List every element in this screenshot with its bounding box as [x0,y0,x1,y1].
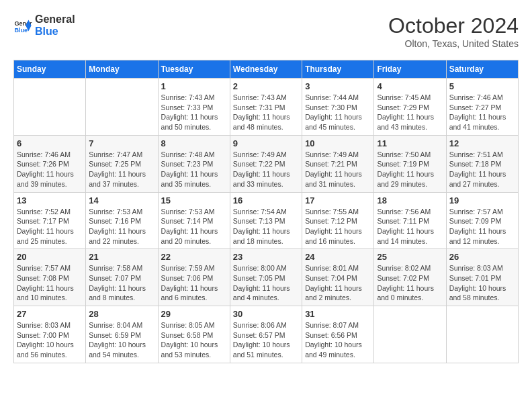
day-number: 18 [377,195,443,205]
day-number: 31 [305,309,371,319]
calendar-cell: 4Sunrise: 7:45 AM Sunset: 7:29 PM Daylig… [374,79,446,136]
svg-text:Blue: Blue [14,26,28,33]
day-info: Sunrise: 7:57 AM Sunset: 7:09 PM Dayligh… [449,207,515,246]
day-number: 7 [89,138,154,148]
logo-icon: General Blue [13,16,32,35]
day-info: Sunrise: 8:02 AM Sunset: 7:02 PM Dayligh… [377,263,443,303]
day-info: Sunrise: 8:07 AM Sunset: 6:56 PM Dayligh… [305,320,371,360]
day-number: 4 [377,81,443,91]
week-row-1: 6Sunrise: 7:46 AM Sunset: 7:26 PM Daylig… [14,135,519,192]
day-info: Sunrise: 7:44 AM Sunset: 7:30 PM Dayligh… [305,93,371,132]
header-saturday: Saturday [446,60,518,79]
day-info: Sunrise: 8:03 AM Sunset: 7:01 PM Dayligh… [449,263,515,303]
day-info: Sunrise: 7:52 AM Sunset: 7:17 PM Dayligh… [17,207,83,246]
calendar-cell [446,306,518,363]
calendar-cell: 1Sunrise: 7:43 AM Sunset: 7:33 PM Daylig… [158,79,230,136]
day-info: Sunrise: 7:59 AM Sunset: 7:06 PM Dayligh… [161,263,227,303]
day-number: 1 [161,81,227,91]
day-info: Sunrise: 7:51 AM Sunset: 7:18 PM Dayligh… [449,150,515,189]
calendar-cell: 10Sunrise: 7:49 AM Sunset: 7:21 PM Dayli… [302,135,374,192]
header-sunday: Sunday [14,60,86,79]
week-row-4: 27Sunrise: 8:03 AM Sunset: 7:00 PM Dayli… [14,306,519,363]
calendar-cell [86,79,158,136]
calendar-cell: 11Sunrise: 7:50 AM Sunset: 7:19 PM Dayli… [374,135,446,192]
header-monday: Monday [86,60,158,79]
calendar-cell: 12Sunrise: 7:51 AM Sunset: 7:18 PM Dayli… [446,135,518,192]
day-number: 10 [305,138,371,148]
day-info: Sunrise: 7:54 AM Sunset: 7:13 PM Dayligh… [233,207,299,246]
day-info: Sunrise: 7:46 AM Sunset: 7:26 PM Dayligh… [17,150,83,189]
day-info: Sunrise: 7:49 AM Sunset: 7:22 PM Dayligh… [233,150,299,189]
logo-blue: Blue [35,26,75,38]
day-number: 5 [449,81,515,91]
day-number: 22 [161,252,227,262]
title-block: October 2024 Olton, Texas, United States [388,13,519,49]
location: Olton, Texas, United States [388,38,519,49]
day-info: Sunrise: 7:53 AM Sunset: 7:16 PM Dayligh… [89,207,154,246]
page-header: General Blue General Blue October 2024 O… [13,13,519,49]
calendar-cell: 6Sunrise: 7:46 AM Sunset: 7:26 PM Daylig… [14,135,86,192]
calendar-cell: 19Sunrise: 7:57 AM Sunset: 7:09 PM Dayli… [446,192,518,249]
day-number: 20 [17,252,83,262]
calendar-cell: 18Sunrise: 7:56 AM Sunset: 7:11 PM Dayli… [374,192,446,249]
calendar-cell: 31Sunrise: 8:07 AM Sunset: 6:56 PM Dayli… [302,306,374,363]
day-info: Sunrise: 7:45 AM Sunset: 7:29 PM Dayligh… [377,93,443,132]
logo-general: General [35,13,75,26]
day-number: 21 [89,252,154,262]
day-number: 3 [305,81,371,91]
day-number: 29 [161,309,227,319]
day-number: 25 [377,252,443,262]
calendar-cell [374,306,446,363]
calendar-cell: 3Sunrise: 7:44 AM Sunset: 7:30 PM Daylig… [302,79,374,136]
day-info: Sunrise: 8:03 AM Sunset: 7:00 PM Dayligh… [17,320,83,360]
calendar-cell: 17Sunrise: 7:55 AM Sunset: 7:12 PM Dayli… [302,192,374,249]
day-number: 24 [305,252,371,262]
week-row-3: 20Sunrise: 7:57 AM Sunset: 7:08 PM Dayli… [14,249,519,306]
day-info: Sunrise: 7:46 AM Sunset: 7:27 PM Dayligh… [449,93,515,132]
day-info: Sunrise: 8:04 AM Sunset: 6:59 PM Dayligh… [89,320,154,360]
day-number: 12 [449,138,515,148]
calendar-cell: 29Sunrise: 8:05 AM Sunset: 6:58 PM Dayli… [158,306,230,363]
calendar-cell: 20Sunrise: 7:57 AM Sunset: 7:08 PM Dayli… [14,249,86,306]
day-info: Sunrise: 7:43 AM Sunset: 7:31 PM Dayligh… [233,93,299,132]
header-tuesday: Tuesday [158,60,230,79]
day-number: 30 [233,309,299,319]
day-info: Sunrise: 8:05 AM Sunset: 6:58 PM Dayligh… [161,320,227,360]
day-number: 15 [161,195,227,205]
calendar-cell: 26Sunrise: 8:03 AM Sunset: 7:01 PM Dayli… [446,249,518,306]
day-info: Sunrise: 7:57 AM Sunset: 7:08 PM Dayligh… [17,263,83,303]
calendar-table: SundayMondayTuesdayWednesdayThursdayFrid… [13,60,519,363]
day-number: 23 [233,252,299,262]
day-number: 26 [449,252,515,262]
calendar-cell: 14Sunrise: 7:53 AM Sunset: 7:16 PM Dayli… [86,192,158,249]
day-number: 16 [233,195,299,205]
day-number: 6 [17,138,83,148]
calendar-cell: 23Sunrise: 8:00 AM Sunset: 7:05 PM Dayli… [230,249,302,306]
day-number: 14 [89,195,154,205]
header-friday: Friday [374,60,446,79]
day-number: 8 [161,138,227,148]
day-number: 28 [89,309,154,319]
day-number: 27 [17,309,83,319]
day-number: 17 [305,195,371,205]
month-title: October 2024 [388,13,519,38]
week-row-2: 13Sunrise: 7:52 AM Sunset: 7:17 PM Dayli… [14,192,519,249]
day-number: 19 [449,195,515,205]
header-row: SundayMondayTuesdayWednesdayThursdayFrid… [14,60,519,79]
calendar-cell: 21Sunrise: 7:58 AM Sunset: 7:07 PM Dayli… [86,249,158,306]
logo: General Blue General Blue [13,13,75,37]
calendar-cell: 2Sunrise: 7:43 AM Sunset: 7:31 PM Daylig… [230,79,302,136]
day-info: Sunrise: 8:01 AM Sunset: 7:04 PM Dayligh… [305,263,371,303]
day-number: 13 [17,195,83,205]
calendar-cell: 27Sunrise: 8:03 AM Sunset: 7:00 PM Dayli… [14,306,86,363]
calendar-cell: 7Sunrise: 7:47 AM Sunset: 7:25 PM Daylig… [86,135,158,192]
day-number: 9 [233,138,299,148]
calendar-cell: 13Sunrise: 7:52 AM Sunset: 7:17 PM Dayli… [14,192,86,249]
day-info: Sunrise: 7:43 AM Sunset: 7:33 PM Dayligh… [161,93,227,132]
calendar-cell: 28Sunrise: 8:04 AM Sunset: 6:59 PM Dayli… [86,306,158,363]
calendar-cell: 8Sunrise: 7:48 AM Sunset: 7:23 PM Daylig… [158,135,230,192]
day-info: Sunrise: 7:56 AM Sunset: 7:11 PM Dayligh… [377,207,443,246]
day-number: 2 [233,81,299,91]
day-info: Sunrise: 7:55 AM Sunset: 7:12 PM Dayligh… [305,207,371,246]
calendar-cell: 5Sunrise: 7:46 AM Sunset: 7:27 PM Daylig… [446,79,518,136]
